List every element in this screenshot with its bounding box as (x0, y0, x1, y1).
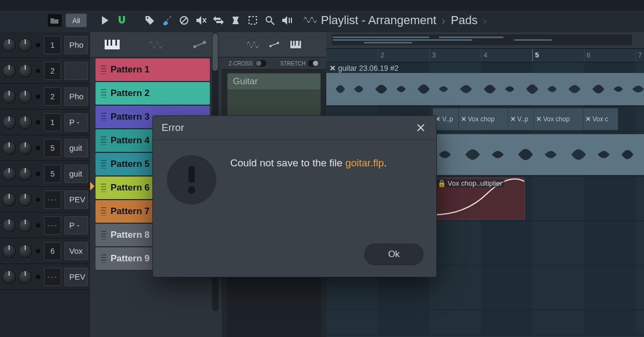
channel-row[interactable]: ---P - (0, 213, 90, 238)
pan-knob[interactable] (2, 64, 16, 78)
channel-name[interactable]: Pho (64, 36, 88, 54)
tab-piano-roll-icon[interactable] (98, 35, 127, 54)
vol-knob[interactable] (18, 167, 32, 181)
channel-row[interactable]: 5guit (0, 135, 90, 161)
ok-button[interactable]: Ok (364, 244, 423, 265)
mute-led[interactable] (35, 145, 41, 151)
mixer-track-number[interactable]: 1 (44, 36, 61, 54)
zoom-icon[interactable] (263, 13, 277, 27)
channel-row[interactable]: 6Vox (0, 238, 90, 264)
channel-row[interactable]: ---PEV (0, 264, 90, 290)
pan-knob[interactable] (2, 38, 16, 52)
mixer-track-number[interactable]: 6 (44, 242, 61, 260)
mute-led[interactable] (35, 94, 41, 99)
pattern-clip[interactable]: ✕Vox chop (533, 108, 587, 130)
playlist-track[interactable]: ✕guitar 23.06.19 #2 (326, 62, 644, 107)
playlist-ruler[interactable]: 234567 (326, 49, 644, 62)
mute-led[interactable] (35, 248, 41, 254)
channel-name[interactable]: PEV (64, 191, 88, 209)
mixer-track-number[interactable]: 2 (44, 62, 61, 80)
tab-automation-icon[interactable] (185, 35, 214, 54)
pan-knob[interactable] (2, 270, 16, 284)
browser-all-chip[interactable]: All (65, 13, 87, 27)
channel-row[interactable]: 2 (0, 58, 90, 84)
automation-clip[interactable]: 🔒Vox chop..ultiplier (433, 178, 525, 219)
pattern-item[interactable]: Pattern 2 (96, 82, 210, 105)
vol-knob[interactable] (18, 38, 32, 52)
channel-row[interactable]: 2Pho (0, 84, 90, 109)
browser-folder-button[interactable] (47, 13, 62, 27)
mixer-track-number[interactable]: 5 (44, 139, 61, 157)
play-icon[interactable] (98, 13, 112, 27)
breadcrumb-sub[interactable]: Pads (451, 13, 478, 27)
mixer-track-number[interactable]: 2 (44, 87, 61, 106)
channel-name[interactable] (64, 62, 88, 80)
disable-circle-icon[interactable] (177, 13, 191, 27)
pan-knob[interactable] (2, 167, 16, 181)
dialog-close-button[interactable] (414, 121, 428, 135)
mixer-track-number[interactable]: 1 (44, 113, 61, 131)
snap-magnet-icon[interactable] (115, 13, 129, 27)
mixer-track-number[interactable]: --- (44, 268, 61, 286)
mixer-track-number[interactable]: --- (44, 191, 61, 209)
mixer-track-number[interactable]: --- (44, 216, 61, 235)
pattern-item[interactable]: Pattern 1 (96, 58, 210, 81)
svg-rect-24 (364, 42, 412, 43)
brush-icon[interactable] (160, 13, 174, 27)
pan-knob[interactable] (2, 193, 16, 207)
clip-name-field[interactable]: Guitar (227, 73, 321, 90)
zcross-toggle[interactable]: Z-CROSS (229, 60, 267, 67)
clip-audio-icon[interactable] (246, 38, 260, 52)
channel-row[interactable]: ---PEV (0, 187, 90, 213)
mute-led[interactable] (35, 68, 41, 74)
clip-pianoroll-icon[interactable] (289, 38, 303, 52)
pan-knob[interactable] (2, 90, 16, 104)
preview-audio-icon[interactable] (280, 13, 294, 27)
channel-name[interactable]: guit (64, 139, 88, 157)
channel-name[interactable]: P - (64, 216, 88, 235)
clip-automation-icon[interactable] (267, 38, 281, 52)
mute-led[interactable] (35, 42, 41, 48)
svg-rect-23 (333, 39, 472, 41)
mute-led[interactable] (35, 274, 41, 280)
tab-audio-icon[interactable] (141, 35, 170, 54)
vol-knob[interactable] (18, 193, 32, 207)
mute-speaker-icon[interactable] (194, 13, 208, 27)
vol-knob[interactable] (18, 115, 32, 129)
channel-name[interactable]: P - (64, 113, 88, 131)
vol-knob[interactable] (18, 141, 32, 155)
vol-knob[interactable] (18, 90, 32, 104)
mixer-track-number[interactable]: 5 (44, 165, 61, 183)
selection-icon[interactable] (246, 13, 260, 27)
close-icon: ✕ (510, 115, 516, 123)
pan-knob[interactable] (2, 218, 16, 232)
breadcrumb-section[interactable]: Playlist - Arrangement (321, 13, 436, 27)
playlist-minimap[interactable] (326, 32, 644, 49)
channel-row[interactable]: 5guit (0, 161, 90, 187)
channel-row[interactable]: 1P - (0, 109, 90, 135)
stretch-toggle[interactable]: STRETCH (280, 60, 319, 67)
swap-arrows-icon[interactable] (211, 13, 225, 27)
channel-name[interactable]: Pho (64, 87, 88, 106)
mute-led[interactable] (35, 223, 41, 228)
pan-knob[interactable] (2, 244, 16, 258)
pattern-clip[interactable]: ✕Vox c (583, 108, 618, 130)
channel-name[interactable]: guit (64, 165, 88, 183)
vol-knob[interactable] (18, 64, 32, 78)
playlist-track[interactable] (326, 310, 644, 335)
vol-knob[interactable] (18, 218, 32, 232)
clip-label: V..p (442, 115, 453, 123)
channel-name[interactable]: PEV (64, 268, 88, 286)
channel-name[interactable]: Vox (64, 242, 88, 260)
pan-knob[interactable] (2, 115, 16, 129)
mute-led[interactable] (35, 120, 41, 125)
vol-knob[interactable] (18, 270, 32, 284)
channel-row[interactable]: 1Pho (0, 32, 90, 58)
pan-knob[interactable] (2, 141, 16, 155)
pattern-clip[interactable]: ✕Vox chop (458, 108, 512, 130)
slip-icon[interactable] (229, 13, 243, 27)
mute-led[interactable] (35, 171, 41, 177)
tag-icon[interactable] (143, 13, 157, 27)
mute-led[interactable] (35, 197, 41, 202)
vol-knob[interactable] (18, 244, 32, 258)
